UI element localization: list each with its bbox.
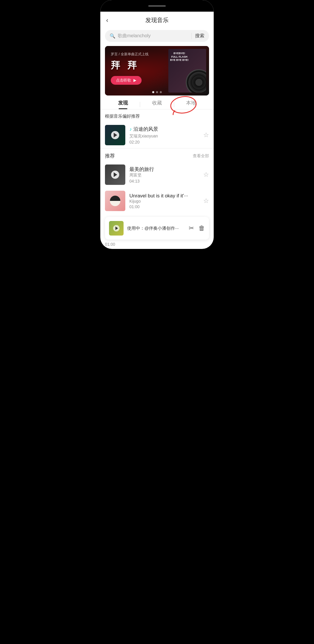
dot-1	[152, 91, 154, 93]
song-artist-1: Kijugo	[129, 199, 199, 204]
play-icon-0	[114, 172, 117, 177]
album-art: BYEBYE!FULL FLASHBYE BYE BYE!	[168, 49, 206, 93]
banner-album: BYEBYE!FULL FLASHBYE BYE BYE!	[168, 49, 206, 93]
now-playing-bar[interactable]: 使用中：@伴奏小潘创作··· ✂ 🗑	[105, 217, 209, 240]
banner-cta-arrow: ▶	[133, 78, 136, 82]
song-thumb-0	[105, 164, 125, 185]
status-bar	[100, 0, 214, 12]
featured-song-duration: 02:20	[129, 140, 199, 144]
now-playing-actions: ✂ 🗑	[189, 224, 205, 232]
recommend-label: 推荐	[105, 153, 115, 159]
character-hair	[110, 196, 120, 201]
featured-thumb-bg	[105, 125, 125, 145]
banner-cta-label: 点击听歌	[116, 78, 131, 82]
banner-dots	[152, 91, 162, 93]
thumb-bg-pink	[105, 191, 125, 211]
banner-title: 拜 拜	[111, 59, 149, 72]
back-button[interactable]: ‹	[106, 17, 108, 24]
banner-subtitle: 罗言 / 全新单曲正式上线	[111, 52, 149, 57]
featured-song-title-row: ♪ 沿途的风景	[129, 126, 199, 132]
song-artist-0: 周富坚	[129, 173, 199, 178]
song-star-1[interactable]: ☆	[203, 197, 209, 205]
song-title-0: 最美的旅行	[129, 166, 199, 173]
song-info-1: Unravel but is it okay if it'··· Kijugo …	[129, 193, 199, 209]
drag-handle	[148, 5, 166, 7]
featured-song-thumb	[105, 125, 125, 145]
song-thumb-1	[105, 191, 125, 211]
character-icon	[110, 196, 120, 206]
banner-inner: 罗言 / 全新单曲正式上线 拜 拜 点击听歌 ▶ BYEBYE!FULL FLA…	[105, 46, 209, 95]
search-button[interactable]: 搜索	[191, 33, 204, 39]
banner-text-area: 罗言 / 全新单曲正式上线 拜 拜 点击听歌 ▶	[111, 52, 149, 85]
tab-local[interactable]: 本地	[174, 100, 208, 109]
last-row-duration: 01:00	[100, 240, 214, 249]
view-all-button[interactable]: 查看全部	[193, 153, 209, 159]
recommend-header: 推荐 查看全部	[100, 148, 214, 162]
song-title-1: Unravel but is it okay if it'···	[129, 193, 199, 199]
tab-discover[interactable]: 发现	[106, 100, 140, 109]
song-item-0[interactable]: 最美的旅行 周富坚 04:13 ☆	[100, 162, 214, 188]
album-art-text: BYEBYE!FULL FLASHBYE BYE BYE!	[170, 52, 189, 62]
dot-3	[160, 91, 162, 93]
tab-collection[interactable]: 收藏	[140, 100, 174, 109]
search-bar[interactable]: 🔍 歌曲melancholy 搜索	[105, 30, 209, 42]
song-item-1[interactable]: Unravel but is it okay if it'··· Kijugo …	[100, 188, 214, 214]
play-button-0[interactable]	[111, 171, 119, 179]
search-input[interactable]: 歌曲melancholy	[118, 33, 189, 39]
song-star-0[interactable]: ☆	[203, 171, 209, 178]
play-button-overlay[interactable]	[111, 131, 119, 139]
delete-icon[interactable]: 🗑	[199, 224, 205, 232]
dot-2	[156, 91, 158, 93]
vinyl-record	[186, 69, 206, 93]
featured-song-item[interactable]: ♪ 沿途的风景 艾瑞克xiaoyuan 02:20 ☆	[100, 122, 214, 148]
cut-icon[interactable]: ✂	[189, 224, 194, 232]
now-playing-thumb	[109, 221, 124, 236]
featured-song-artist: 艾瑞克xiaoyuan	[129, 134, 199, 139]
song-duration-1: 01:00	[129, 204, 199, 209]
recommended-section-label: 根据音乐偏好推荐	[100, 109, 214, 122]
featured-song-title: 沿途的风景	[133, 126, 158, 132]
tab-bar: 发现 收藏 本地	[106, 95, 208, 109]
featured-song-star[interactable]: ☆	[203, 131, 209, 139]
banner[interactable]: 罗言 / 全新单曲正式上线 拜 拜 点击听歌 ▶ BYEBYE!FULL FLA…	[105, 46, 209, 95]
phone-wrapper: ‹ 发现音乐 🔍 歌曲melancholy 搜索 罗言 / 全新单曲正式上线 拜…	[100, 0, 214, 249]
header: ‹ 发现音乐	[100, 12, 214, 27]
music-note-icon: ♪	[129, 127, 132, 132]
page-title: 发现音乐	[145, 16, 169, 24]
song-info-0: 最美的旅行 周富坚 04:13	[129, 166, 199, 183]
featured-song-info: ♪ 沿途的风景 艾瑞克xiaoyuan 02:20	[129, 126, 199, 144]
banner-cta-button[interactable]: 点击听歌 ▶	[111, 76, 142, 85]
search-icon: 🔍	[110, 33, 115, 39]
song-duration-0: 04:13	[129, 179, 199, 183]
play-triangle-icon	[114, 133, 117, 137]
now-playing-label: 使用中：@伴奏小潘创作···	[127, 226, 185, 231]
thumb-bg-dark	[105, 164, 125, 185]
